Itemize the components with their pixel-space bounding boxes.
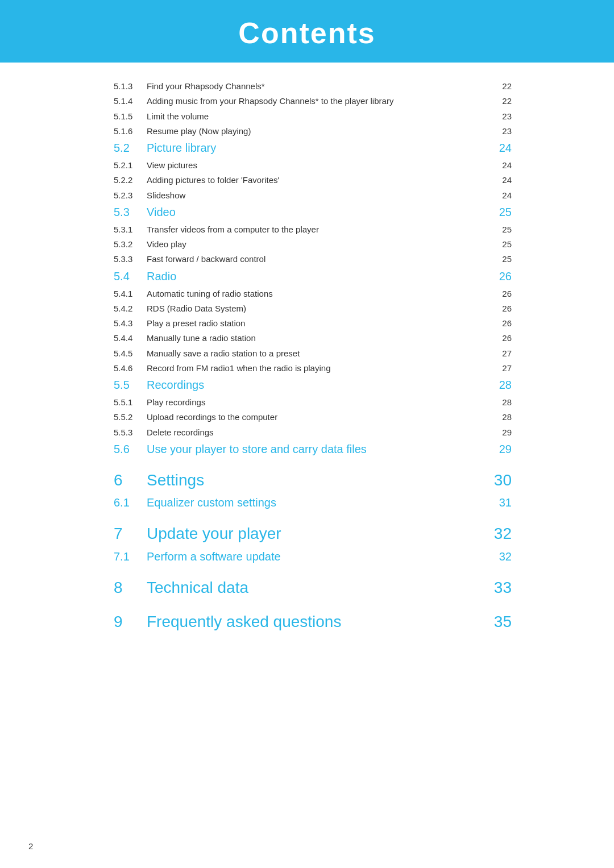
toc-label: Record from FM radio1 when the radio is … — [147, 362, 495, 375]
toc-label: Video play — [147, 238, 495, 251]
toc-row: 5.4.4Manually tune a radio station26 — [114, 331, 512, 344]
toc-label: Use your player to store and carry data … — [147, 441, 495, 458]
toc-number: 5.4.4 — [114, 331, 147, 344]
toc-number: 5.2 — [114, 139, 147, 157]
toc-row: 8Technical data33 — [114, 575, 512, 600]
toc-label: Picture library — [147, 139, 495, 157]
toc-label: Play recordings — [147, 396, 495, 409]
toc-label: Resume play (Now playing) — [147, 124, 495, 138]
toc-row: 5.3.2Video play25 — [114, 238, 512, 251]
toc-page: 28 — [495, 396, 512, 409]
toc-number: 6.1 — [114, 494, 147, 512]
toc-label: Equalizer custom settings — [147, 494, 495, 512]
toc-row: 5.4Radio26 — [114, 268, 512, 285]
toc-page: 32 — [494, 521, 512, 546]
toc-number: 5.2.2 — [114, 173, 147, 186]
toc-label: Slideshow — [147, 189, 495, 202]
toc-number: 9 — [114, 609, 147, 634]
toc-number: 8 — [114, 575, 147, 600]
toc-page: 33 — [494, 575, 512, 600]
toc-number: 7.1 — [114, 548, 147, 566]
toc-row: 5.1.4Adding music from your Rhapsody Cha… — [114, 94, 512, 107]
page-number: 2 — [28, 841, 33, 851]
header-banner: Contents — [0, 0, 614, 63]
toc-number: 5.3 — [114, 203, 147, 221]
toc-label: View pictures — [147, 159, 495, 172]
toc-label: Manually save a radio station to a prese… — [147, 347, 495, 360]
toc-label: Technical data — [147, 575, 494, 600]
toc-row: 5.3Video25 — [114, 203, 512, 221]
toc-number: 5.1.3 — [114, 80, 147, 93]
toc-label: RDS (Radio Data System) — [147, 302, 495, 315]
toc-label: Automatic tuning of radio stations — [147, 287, 495, 300]
toc-page: 22 — [495, 80, 512, 93]
toc-label: Radio — [147, 268, 495, 285]
toc-number: 7 — [114, 521, 147, 546]
toc-page: 30 — [494, 468, 512, 492]
toc-number: 5.4.2 — [114, 302, 147, 315]
toc-label: Manually tune a radio station — [147, 331, 495, 344]
toc-page: 27 — [495, 362, 512, 375]
toc-page: 26 — [495, 287, 512, 300]
toc-page: 22 — [495, 94, 512, 107]
toc-label: Upload recordings to the computer — [147, 410, 495, 423]
toc-number: 5.2.3 — [114, 189, 147, 202]
toc-page: 31 — [495, 494, 512, 512]
toc-page: 26 — [495, 331, 512, 344]
toc-row: 5.4.1Automatic tuning of radio stations2… — [114, 287, 512, 300]
toc-row: 5.2.3Slideshow24 — [114, 189, 512, 202]
toc-row: 5.1.3Find your Rhapsody Channels*22 — [114, 80, 512, 93]
toc-row: 5.4.6Record from FM radio1 when the radi… — [114, 362, 512, 375]
toc-page: 23 — [495, 110, 512, 123]
toc-row: 5.1.6Resume play (Now playing)23 — [114, 124, 512, 138]
toc-row: 5.5.1Play recordings28 — [114, 396, 512, 409]
toc-page: 35 — [494, 609, 512, 634]
toc-row: 5.5Recordings28 — [114, 376, 512, 394]
contents-area: 5.1.3Find your Rhapsody Channels*225.1.4… — [0, 80, 614, 634]
toc-label: Video — [147, 203, 495, 221]
toc-label: Transfer videos from a computer to the p… — [147, 223, 495, 236]
toc-label: Play a preset radio station — [147, 317, 495, 330]
toc-row: 7Update your player32 — [114, 521, 512, 546]
toc-label: Delete recordings — [147, 426, 495, 439]
toc-number: 5.4.1 — [114, 287, 147, 300]
toc-page: 29 — [495, 426, 512, 439]
toc-row: 5.5.3Delete recordings29 — [114, 426, 512, 439]
toc-number: 5.2.1 — [114, 159, 147, 172]
toc-page: 25 — [495, 223, 512, 236]
toc-row: 9Frequently asked questions35 — [114, 609, 512, 634]
toc-row: 5.4.3Play a preset radio station26 — [114, 317, 512, 330]
toc-label: Adding music from your Rhapsody Channels… — [147, 94, 495, 107]
toc-number: 6 — [114, 468, 147, 492]
toc-label: Settings — [147, 468, 494, 492]
toc-page: 23 — [495, 124, 512, 138]
toc-row: 5.1.5Limit the volume23 — [114, 110, 512, 123]
toc-page: 26 — [495, 302, 512, 315]
toc-page: 26 — [495, 268, 512, 285]
toc-number: 5.4.6 — [114, 362, 147, 375]
toc-row: 6Settings30 — [114, 468, 512, 492]
toc-row: 5.6Use your player to store and carry da… — [114, 441, 512, 458]
toc-number: 5.5.2 — [114, 410, 147, 423]
toc-page: 28 — [495, 410, 512, 423]
toc-number: 5.3.2 — [114, 238, 147, 251]
toc-label: Find your Rhapsody Channels* — [147, 80, 495, 93]
toc-page: 24 — [495, 139, 512, 157]
toc-number: 5.3.3 — [114, 252, 147, 265]
toc-row: 5.2.1View pictures24 — [114, 159, 512, 172]
toc-page: 26 — [495, 317, 512, 330]
toc-page: 32 — [495, 548, 512, 566]
toc-number: 5.1.6 — [114, 124, 147, 138]
toc-number: 5.5 — [114, 376, 147, 394]
toc-number: 5.1.5 — [114, 110, 147, 123]
toc-page: 29 — [495, 441, 512, 458]
toc-row: 6.1Equalizer custom settings31 — [114, 494, 512, 512]
toc-page: 27 — [495, 347, 512, 360]
toc-number: 5.4 — [114, 268, 147, 285]
toc-row: 7.1Perform a software update32 — [114, 548, 512, 566]
page-title: Contents — [238, 16, 375, 49]
toc-label: Frequently asked questions — [147, 609, 494, 634]
toc-row: 5.3.3Fast forward / backward control25 — [114, 252, 512, 265]
toc-number: 5.5.3 — [114, 426, 147, 439]
toc-row: 5.4.2RDS (Radio Data System)26 — [114, 302, 512, 315]
